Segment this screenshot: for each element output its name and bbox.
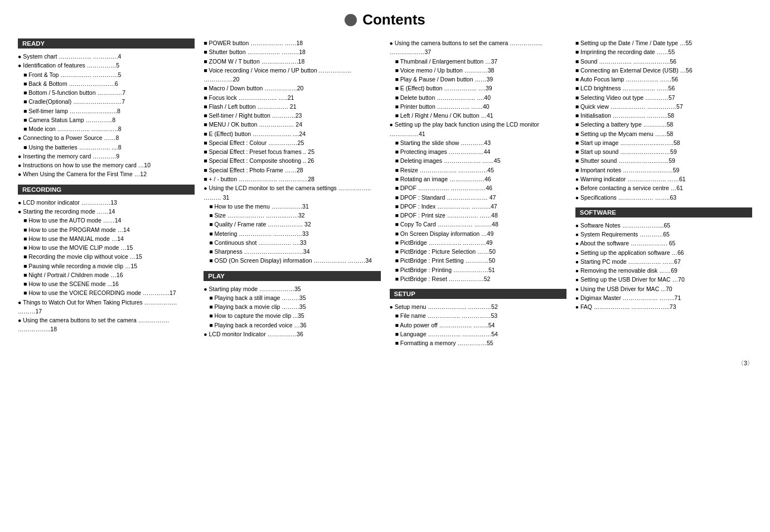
recording-items: ● LCD monitor indicator ……………13● Startin… xyxy=(18,198,195,334)
section-software: SOFTWARE ● Software Notes ………………....65● … xyxy=(575,207,752,312)
list-item: ■ Shutter button …………….. ………18 xyxy=(204,47,380,56)
list-item: ● Things to Watch Out for When Taking Pi… xyxy=(18,298,195,316)
title-text: Contents xyxy=(362,11,425,28)
list-item: ■ Language …………….. ……………54 xyxy=(390,330,566,338)
list-item: ■ DPOF : Index …………….. ……….47 xyxy=(390,202,566,211)
list-item: ■ How to capture the movie clip ...35 xyxy=(204,311,380,320)
list-item: ■ Starting the slide show …………43 xyxy=(390,138,566,147)
list-item: ● Using the LCD monitor to set the camer… xyxy=(204,183,380,202)
col2-top-items: ■ POWER button …………….. ……18■ Shutter but… xyxy=(204,38,380,265)
title-bullet xyxy=(345,14,357,26)
list-item: ■ Delete button ……………….. ….40 xyxy=(390,93,566,102)
section-recording: RECORDING ● LCD monitor indicator ……………1… xyxy=(18,185,195,334)
list-item: ● Using the camera buttons to set the ca… xyxy=(390,38,566,57)
list-item: ■ Cradle(Optional) ……………….……7 xyxy=(18,97,195,106)
list-item: ■ + / - button ……………….. ……………28 xyxy=(204,175,380,183)
list-item: ■ Size ………………. ………..……32 xyxy=(204,211,380,220)
list-item: ■ PictBridge : Reset ………………52 xyxy=(390,274,566,283)
list-item: ■ Macro / Down button ……………..20 xyxy=(204,84,380,93)
list-item: ● Before contacting a service centre …61 xyxy=(575,183,752,192)
list-item: ■ Left / Right / Menu / OK button …41 xyxy=(390,111,566,120)
list-item: ■ PictBridge : Printing ………………51 xyxy=(390,265,566,274)
list-item: ■ LCD brightness …………….. ……56 xyxy=(575,84,752,93)
list-item: ■ Focus lock ……………….. …..21 xyxy=(204,93,380,102)
list-item: ■ Quick view ……………… ……………57 xyxy=(575,102,752,111)
play-header: PLAY xyxy=(204,271,380,281)
list-item: ● Removing the removable disk ……69 xyxy=(575,266,752,275)
column-3: ● Using the camera buttons to set the ca… xyxy=(389,38,568,354)
list-item: ■ Play & Pause / Down button ……39 xyxy=(390,75,566,84)
list-item: ■ Metering …………….. ……………33 xyxy=(204,229,380,238)
play-items: ● Starting play mode ………………35■ Playing b… xyxy=(204,284,380,339)
list-item: ● Connecting to a Power Source ……8 xyxy=(18,133,195,142)
list-item: ■ Camera Status Lamp …………..8 xyxy=(18,115,195,124)
list-item: ■ How to use the menu …………….31 xyxy=(204,202,380,211)
list-item: ■ E (Effect) button ……………….. ....24 xyxy=(204,129,380,138)
list-item: ■ PictBridge : Print Setting …………50 xyxy=(390,256,566,265)
list-item: ■ Important notes ………………..……59 xyxy=(575,166,752,175)
list-item: ■ Rotating an image ………………46 xyxy=(390,175,566,183)
list-item: ■ Copy To Card ……………… ………48 xyxy=(390,220,566,229)
list-item: ● FAQ ….….……….. ………………..73 xyxy=(575,302,752,311)
list-item: ■ DPOF : Print size ……………. ……48 xyxy=(390,211,566,220)
list-item: ■ Setting up the Date / Time / Date type… xyxy=(575,38,752,47)
list-item: ■ Connecting an External Device (USB) …5… xyxy=(575,66,752,75)
list-item: ● System Requirements …………65 xyxy=(575,230,752,239)
list-item: ■ How to use the PROGRAM mode …14 xyxy=(18,225,195,234)
list-item: ■ PictBridge : Picture Selection ……50 xyxy=(390,247,566,256)
list-item: ■ Self-timer lamp ………………..…..8 xyxy=(18,107,195,115)
column-1: READY ● System chart …………….. ………….4● Ide… xyxy=(17,38,196,354)
col3-top-items: ● Using the camera buttons to set the ca… xyxy=(390,38,566,283)
list-item: ■ DPOF : Standard ………………… 47 xyxy=(390,193,566,202)
list-item: ● Identification of features ……………5 xyxy=(18,61,195,70)
list-item: ● Software Notes ………………....65 xyxy=(575,221,752,230)
list-item: ■ Self-timer / Right button …………23 xyxy=(204,111,380,120)
list-item: ■ Imprinting the recording date ……55 xyxy=(575,47,752,56)
list-item: ■ Continuous shot …………….. ….33 xyxy=(204,238,380,247)
list-item: ● Digimax Master ……………… ……..71 xyxy=(575,293,752,302)
list-item: ■ Special Effect : Photo Frame ……28 xyxy=(204,166,380,175)
column-4: ■ Setting up the Date / Time / Date type… xyxy=(574,38,753,354)
list-item: ■ Formatting a memory ……………55 xyxy=(390,338,566,347)
list-item: ■ Night / Portrait / Children mode …16 xyxy=(18,270,195,279)
page-title: Contents xyxy=(17,11,753,28)
list-item: ■ Auto power off …………….. ……..54 xyxy=(390,321,566,330)
list-item: ■ PictBridge …………….. …………49 xyxy=(390,238,566,247)
list-item: ■ E (Effect) button …………….. ….39 xyxy=(390,84,566,93)
list-item: ■ Sharpness ………………..………..34 xyxy=(204,247,380,256)
list-item: ■ Start up image ………………..……..58 xyxy=(575,138,752,147)
list-item: ■ Setting up the Mycam menu ……58 xyxy=(575,129,752,138)
list-item: ■ Selecting Video out type …………57 xyxy=(575,93,752,102)
list-item: ● Warning indicator ……………….. ……61 xyxy=(575,175,752,183)
list-item: ● When Using the Camera for the First Ti… xyxy=(18,170,195,178)
list-item: ■ Voice recording / Voice memo / UP butt… xyxy=(204,66,380,84)
list-item: ■ How to use the VOICE RECORDING mode ……… xyxy=(18,288,195,297)
list-item: ● Instructions on how to use the memory … xyxy=(18,161,195,170)
list-item: ■ Shutter sound ………………..……59 xyxy=(575,156,752,165)
setup-header: SETUP xyxy=(390,289,566,299)
list-item: ■ ZOOM W / T button ……………….18 xyxy=(204,57,380,66)
list-item: ● LCD monitor indicator ……………13 xyxy=(18,198,195,207)
list-item: ■ Auto Focus lamp …………….. ……56 xyxy=(575,75,752,84)
list-item: ● LCD monitor Indicator ……………36 xyxy=(204,330,380,338)
list-item: ■ Special Effect : Composite shooting ..… xyxy=(204,156,380,165)
list-item: ■ DPOF ……………. ………………46 xyxy=(390,183,566,192)
list-item: ■ File name …………….. ……………53 xyxy=(390,311,566,320)
list-item: ■ How to use the MOVIE CLIP mode …15 xyxy=(18,243,195,252)
list-item: ■ Back & Bottom ………………..….6 xyxy=(18,79,195,88)
page-number: 〈3〉 xyxy=(738,360,753,366)
list-item: ■ MENU / OK button ……………… 24 xyxy=(204,120,380,129)
list-item: ■ Selecting a battery type …………58 xyxy=(575,120,752,129)
setup-items: ● Setup menu ……………….. …………52■ File name … xyxy=(390,302,566,347)
list-item: ■ How to use the AUTO mode ……14 xyxy=(18,216,195,225)
list-item: ■ Recording the movie clip without voice… xyxy=(18,252,195,261)
list-item: ■ Special Effect : Colour ……………25 xyxy=(204,138,380,147)
list-item: ● Starting PC mode …………….. ……67 xyxy=(575,257,752,266)
list-item: ■ Playing back a movie clip ………35 xyxy=(204,302,380,311)
software-header: SOFTWARE xyxy=(575,207,752,217)
recording-header: RECORDING xyxy=(18,185,195,195)
list-item: ● Setup menu ……………….. …………52 xyxy=(390,302,566,311)
ready-items: ● System chart …………….. ………….4● Identific… xyxy=(18,52,195,179)
list-item: ■ Initialisation …………….. ………..58 xyxy=(575,111,752,120)
list-item: ■ Deleting images ………………. ……45 xyxy=(390,156,566,165)
